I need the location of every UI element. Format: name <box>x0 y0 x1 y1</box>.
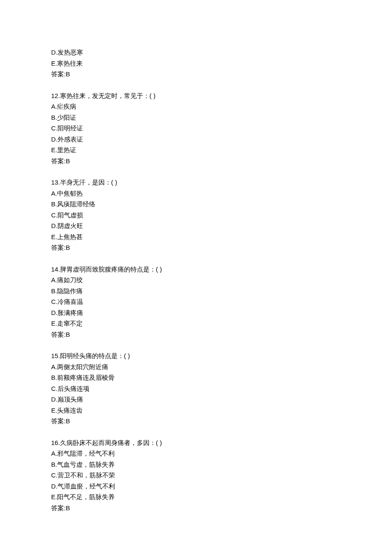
option-e: E.走窜不定 <box>51 318 341 329</box>
question-16: 16.久病卧床不起而周身痛者，多因：( ) A.邪气阻滞，经气不利 B.气血亏虚… <box>51 437 341 514</box>
question-stem: 12.寒热往来，发无定时，常见于：( ) <box>51 90 341 101</box>
option-c: C.冷痛喜温 <box>51 296 341 307</box>
option-b: B.少阳证 <box>51 112 341 123</box>
option-e: E.头痛连齿 <box>51 405 341 416</box>
answer-line: 答案:B <box>51 329 341 340</box>
option-d: D.胀满疼痛 <box>51 307 341 318</box>
option-b: B.气血亏虚，筋脉失养 <box>51 459 341 470</box>
answer-line: 答案:B <box>51 69 341 80</box>
question-stem: 13.半身无汗，是因：( ) <box>51 177 341 188</box>
option-a: A.两侧太阳穴附近痛 <box>51 361 341 373</box>
option-d: D.巅顶头痛 <box>51 394 341 405</box>
option-c: C.后头痛连项 <box>51 383 341 394</box>
option-a: A.中焦郁热 <box>51 188 341 199</box>
answer-line: 答案:B <box>51 242 341 253</box>
answer-line: 答案:B <box>51 503 341 514</box>
question-12: 12.寒热往来，发无定时，常见于：( ) A.疟疾病 B.少阳证 C.阳明经证 … <box>51 90 341 167</box>
option-e: E.阳气不足，筋脉失养 <box>51 491 341 503</box>
option-c: C.阳明经证 <box>51 123 341 134</box>
orphan-option-block: D.发热恶寒 E.寒热往来 答案:B <box>51 47 341 80</box>
question-14: 14.脾胃虚弱而致脘腹疼痛的特点是：( ) A.痛如刀绞 B.隐隐作痛 C.冷痛… <box>51 264 341 340</box>
option-b: B.前额疼痛连及眉棱骨 <box>51 372 341 383</box>
option-a: A.疟疾病 <box>51 101 341 112</box>
option-e: E.里热证 <box>51 145 341 156</box>
option-d: D.发热恶寒 <box>51 47 341 58</box>
question-stem: 16.久病卧床不起而周身痛者，多因：( ) <box>51 437 341 448</box>
answer-line: 答案:B <box>51 416 341 427</box>
answer-line: 答案:B <box>51 156 341 167</box>
question-15: 15.阳明经头痛的特点是：( ) A.两侧太阳穴附近痛 B.前额疼痛连及眉棱骨 … <box>51 350 341 427</box>
option-e: E.上焦热甚 <box>51 231 341 243</box>
option-a: A.痛如刀绞 <box>51 275 341 286</box>
option-d: D.外感表证 <box>51 134 341 145</box>
option-c: C.营卫不和，筋脉不荣 <box>51 470 341 481</box>
page-content: D.发热恶寒 E.寒热往来 答案:B 12.寒热往来，发无定时，常见于：( ) … <box>0 0 392 549</box>
option-c: C.阳气虚损 <box>51 210 341 221</box>
option-b: B.风痰阻滞经络 <box>51 199 341 210</box>
option-a: A.邪气阻滞，经气不利 <box>51 448 341 459</box>
option-e: E.寒热往来 <box>51 58 341 69</box>
option-d: D.气滞血瘀，经气不利 <box>51 481 341 492</box>
question-13: 13.半身无汗，是因：( ) A.中焦郁热 B.风痰阻滞经络 C.阳气虚损 D.… <box>51 177 341 253</box>
option-d: D.阴虚火旺 <box>51 220 341 231</box>
question-stem: 14.脾胃虚弱而致脘腹疼痛的特点是：( ) <box>51 264 341 275</box>
question-stem: 15.阳明经头痛的特点是：( ) <box>51 350 341 361</box>
option-b: B.隐隐作痛 <box>51 286 341 297</box>
